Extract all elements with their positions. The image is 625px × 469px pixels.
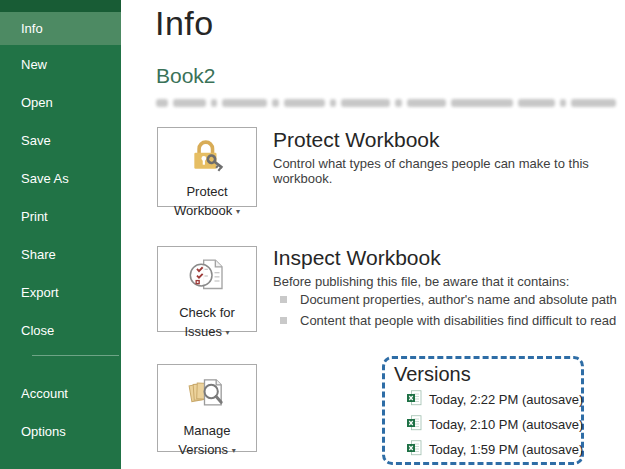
sidebar-item-save[interactable]: Save	[0, 121, 121, 159]
sidebar-item-label: Print	[21, 209, 48, 224]
redacted-file-path	[156, 97, 616, 109]
sidebar-item-save-as[interactable]: Save As	[0, 159, 121, 197]
versions-search-icon	[187, 374, 227, 418]
page-title: Info	[155, 4, 214, 43]
version-entry-label: Today, 2:22 PM (autosave)	[429, 392, 583, 407]
sidebar-item-new[interactable]: New	[0, 45, 121, 83]
excel-file-icon	[407, 415, 422, 434]
sidebar-item-label: Options	[21, 424, 66, 439]
excel-backstage-info-view: Info New Open Save Save As Print Share E…	[0, 0, 625, 469]
version-entry[interactable]: Today, 2:10 PM (autosave)	[407, 415, 583, 434]
sidebar-divider	[32, 355, 119, 356]
excel-file-icon	[407, 390, 422, 409]
sidebar-item-account[interactable]: Account	[0, 374, 121, 412]
check-for-issues-button-label: Check for Issues ▾	[179, 304, 235, 342]
protect-workbook-button[interactable]: Protect Workbook ▾	[157, 127, 257, 207]
sidebar-item-label: Account	[21, 386, 68, 401]
sidebar-item-label: Open	[21, 95, 53, 110]
lock-key-icon	[188, 137, 226, 179]
inspect-workbook-description: Before publishing this file, be aware th…	[273, 274, 569, 289]
sidebar-item-open[interactable]: Open	[0, 83, 121, 121]
sidebar-item-export[interactable]: Export	[0, 273, 121, 311]
sidebar-item-close[interactable]: Close	[0, 311, 121, 349]
sidebar-item-label: Save As	[21, 171, 69, 186]
inspect-bullet-item: Document properties, author's name and a…	[280, 292, 617, 307]
sidebar-item-options[interactable]: Options	[0, 412, 121, 450]
sidebar-top-strip	[0, 0, 121, 12]
protect-workbook-button-label: Protect Workbook ▾	[174, 183, 240, 221]
sidebar-item-print[interactable]: Print	[0, 197, 121, 235]
sidebar-item-label: Export	[21, 285, 59, 300]
sidebar-item-info[interactable]: Info	[0, 12, 121, 45]
dropdown-caret-icon: ▾	[236, 207, 240, 216]
version-entry-label: Today, 1:59 PM (autosave)	[429, 442, 583, 457]
workbook-name: Book2	[156, 64, 216, 88]
inspect-workbook-heading: Inspect Workbook	[273, 246, 441, 270]
sidebar-item-label: Share	[21, 247, 56, 262]
bullet-square-icon	[280, 296, 287, 303]
excel-file-icon	[407, 440, 422, 459]
manage-versions-button-label: Manage Versions ▾	[178, 422, 236, 460]
sidebar-item-share[interactable]: Share	[0, 235, 121, 273]
manage-versions-button[interactable]: Manage Versions ▾	[157, 364, 257, 452]
backstage-sidebar: Info New Open Save Save As Print Share E…	[0, 0, 121, 469]
inspect-document-icon	[187, 256, 227, 300]
version-entry[interactable]: Today, 1:59 PM (autosave)	[407, 440, 583, 459]
protect-workbook-heading: Protect Workbook	[273, 128, 440, 152]
sidebar-item-label: Save	[21, 133, 51, 148]
inspect-bullet-item: Content that people with disabilities fi…	[280, 313, 616, 328]
sidebar-item-label: New	[21, 57, 47, 72]
check-for-issues-button[interactable]: Check for Issues ▾	[157, 246, 257, 332]
info-page-content: Info Book2	[121, 0, 625, 469]
dropdown-caret-icon: ▾	[232, 446, 236, 455]
version-entry[interactable]: Today, 2:22 PM (autosave)	[407, 390, 583, 409]
bullet-square-icon	[280, 317, 287, 324]
sidebar-item-label: Info	[21, 21, 43, 36]
sidebar-item-label: Close	[21, 323, 54, 338]
version-entry-label: Today, 2:10 PM (autosave)	[429, 417, 583, 432]
protect-workbook-description: Control what types of changes people can…	[273, 156, 625, 186]
versions-heading: Versions	[394, 363, 471, 386]
dropdown-caret-icon: ▾	[226, 328, 230, 337]
